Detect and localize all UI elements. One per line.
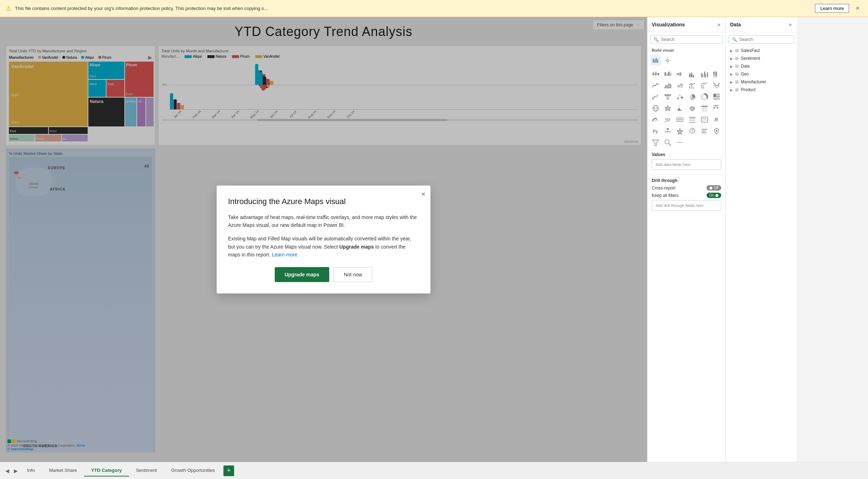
smart-narrative-icon[interactable] [699, 126, 710, 136]
viz-build-visual-icon[interactable] [650, 55, 661, 66]
svg-rect-71 [713, 107, 715, 109]
svg-rect-20 [691, 74, 692, 77]
data-table-salesfact[interactable]: ▶ ⊞ SalesFact [726, 47, 797, 54]
clustered-bar-icon[interactable] [662, 69, 673, 79]
line-chart-icon[interactable] [650, 80, 661, 91]
svg-rect-13 [670, 73, 671, 76]
table-icon-salesfact: ⊞ [735, 48, 739, 53]
cross-report-row: Cross-report Off [652, 185, 721, 191]
matrix-visual-icon[interactable] [711, 103, 722, 114]
100pct-col-icon[interactable] [711, 69, 722, 79]
cross-report-toggle[interactable]: Off [707, 185, 721, 191]
kpi-visual-icon[interactable]: KPI [662, 114, 673, 125]
gauge-visual-icon[interactable] [650, 114, 661, 125]
data-table-date[interactable]: ▶ ⊞ Date [726, 62, 797, 70]
not-now-button[interactable]: Not now [334, 267, 372, 282]
data-table-geo[interactable]: ▶ ⊞ Geo [726, 70, 797, 78]
svg-rect-42 [654, 96, 655, 97]
filled-map-icon[interactable] [662, 103, 673, 114]
qa-visual-icon[interactable]: ? [687, 126, 698, 136]
keep-filters-row: Keep all filters On [652, 193, 721, 198]
ribbon-chart-icon[interactable] [711, 80, 722, 91]
azure-map-icon[interactable] [675, 103, 685, 114]
svg-rect-46 [666, 97, 670, 98]
svg-rect-94 [702, 129, 707, 130]
decomp-tree-icon[interactable] [662, 126, 673, 136]
add-tab-button[interactable]: + [223, 465, 234, 476]
waterfall-chart-icon[interactable] [650, 92, 661, 102]
upgrade-maps-button[interactable]: Upgrade maps [275, 267, 329, 282]
viz-search-box: 🔍 [650, 35, 723, 44]
svg-point-4 [667, 59, 669, 62]
slicer-visual-icon[interactable] [699, 114, 710, 125]
modal-close-button[interactable]: × [421, 191, 425, 198]
tab-next-button[interactable]: ▶ [11, 467, 20, 475]
tab-sentiment[interactable]: Sentiment [129, 465, 164, 477]
modal-learn-more-link[interactable]: Learn more [272, 252, 298, 257]
warning-icon: ⚠ [6, 5, 11, 12]
svg-marker-32 [665, 84, 671, 88]
viz-panel-expand-button[interactable]: » [717, 21, 721, 28]
keep-filters-toggle[interactable]: On [707, 193, 721, 198]
drill-drop-zone[interactable]: Add drill-through fields here [652, 200, 721, 211]
filter-icon[interactable] [650, 137, 661, 148]
expand-sentiment-icon: ▶ [730, 57, 733, 61]
svg-rect-73 [717, 107, 718, 109]
stacked-area-icon[interactable] [675, 80, 685, 91]
expand-date-icon: ▶ [730, 64, 733, 68]
stacked-bar-icon[interactable] [650, 69, 661, 79]
drill-through-section: Drill through Cross-report Off Keep all … [647, 175, 725, 216]
tab-ytdcategory[interactable]: YTD Category [84, 465, 129, 477]
svg-rect-40 [703, 85, 704, 89]
tab-growthopportunities[interactable]: Growth Opportunities [164, 465, 222, 477]
expand-product-icon: ▶ [730, 88, 733, 92]
scatter-chart-icon[interactable] [675, 92, 685, 102]
funnel-chart-icon[interactable] [662, 92, 673, 102]
python-visual-icon[interactable]: Py [650, 126, 661, 136]
tab-info[interactable]: Info [20, 465, 42, 477]
geo-icon[interactable] [711, 126, 722, 136]
multirow-card-icon[interactable] [687, 114, 698, 125]
treemap-visual-icon[interactable] [711, 92, 722, 102]
svg-rect-47 [667, 98, 669, 99]
viz-search-input[interactable] [661, 37, 719, 42]
more-visuals-icon[interactable] [675, 137, 685, 148]
svg-rect-15 [677, 73, 678, 75]
table-icon-geo: ⊞ [735, 72, 739, 77]
svg-point-48 [677, 98, 679, 99]
map-visual-icon[interactable] [650, 103, 661, 114]
card-visual-icon[interactable] [675, 114, 685, 125]
data-table-product[interactable]: ▶ ⊞ Product [726, 86, 797, 94]
line-clustered-icon[interactable] [687, 80, 698, 91]
viz-panel-title: Visualizations [652, 22, 685, 27]
warning-close-button[interactable]: × [853, 3, 862, 14]
expand-manufacturer-icon: ▶ [730, 80, 733, 84]
pie-chart-icon[interactable] [687, 92, 698, 102]
magnifier-icon[interactable] [662, 137, 673, 148]
svg-point-97 [715, 130, 717, 132]
area-chart-icon[interactable] [662, 80, 673, 91]
donut-chart-icon[interactable] [699, 92, 710, 102]
clustered-col-icon[interactable] [699, 69, 710, 79]
learn-more-button[interactable]: Learn more [815, 4, 849, 13]
data-table-manufacturer[interactable]: ▶ ⊞ Manufacturer [726, 78, 797, 86]
tab-marketshare[interactable]: Market Share [42, 465, 84, 477]
modal-bold-text: Upgrade maps [339, 244, 374, 250]
line-stacked-icon[interactable] [699, 80, 710, 91]
viz-format-visual-icon[interactable] [662, 55, 673, 66]
data-search-input[interactable] [739, 37, 793, 42]
tab-prev-button[interactable]: ◀ [3, 467, 11, 475]
data-table-sentiment[interactable]: ▶ ⊞ Sentiment [726, 54, 797, 62]
100pct-bar-icon[interactable] [675, 69, 685, 79]
svg-rect-12 [668, 72, 670, 76]
shape-map-icon[interactable] [687, 103, 698, 114]
data-panel-expand-button[interactable]: » [788, 21, 792, 28]
svg-rect-8 [655, 72, 657, 73]
stacked-col-icon[interactable] [687, 69, 698, 79]
key-influencers-icon[interactable] [675, 126, 685, 136]
right-panel: Visualizations » 🔍 Build visual [647, 17, 868, 462]
svg-rect-43 [655, 97, 656, 97]
r-visual-icon[interactable]: R [711, 114, 722, 125]
table-visual-icon[interactable] [699, 103, 710, 114]
values-drop-zone[interactable]: Add data fields here [652, 159, 721, 170]
